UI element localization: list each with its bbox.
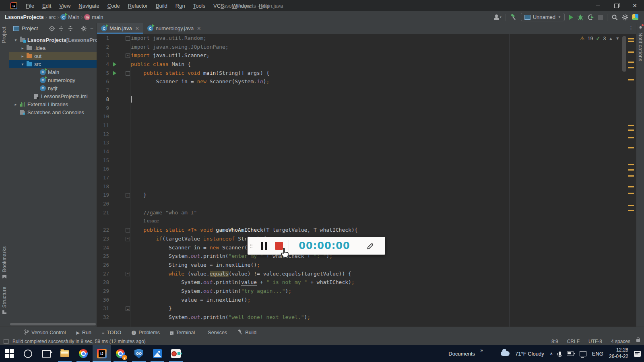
- notifications-stripe-tab[interactable]: Notifications: [638, 25, 643, 62]
- menu-tools[interactable]: Tools: [190, 1, 209, 10]
- toolwindow-button-todo[interactable]: ≡TODO: [102, 330, 121, 335]
- indent-style[interactable]: 4 spaces: [611, 339, 630, 344]
- tree-item-scratches-and-consoles[interactable]: Scratches and Consoles: [9, 108, 97, 116]
- drag-handle[interactable]: [250, 244, 254, 248]
- menu-edit[interactable]: Edit: [39, 1, 55, 10]
- maximize-button[interactable]: [607, 0, 625, 11]
- menu-build[interactable]: Build: [152, 1, 171, 10]
- taskbar-chrome-alt[interactable]: y: [111, 345, 130, 362]
- search-everywhere-icon[interactable]: [611, 14, 618, 21]
- close-tab-icon[interactable]: ✕: [197, 26, 201, 31]
- structure-stripe-tab[interactable]: Structure: [2, 286, 7, 314]
- tree-item-nytjt[interactable]: Cnytjt: [9, 84, 97, 92]
- project-stripe-tab[interactable]: Project: [1, 27, 7, 45]
- breadcrumb-item[interactable]: mmain: [84, 14, 103, 20]
- toolwindow-button-build[interactable]: Build: [237, 329, 256, 336]
- menu-view[interactable]: View: [56, 1, 74, 10]
- weather-text[interactable]: 71°F Cloudy: [515, 351, 544, 357]
- tree-item-external-libraries[interactable]: ▸External Libraries: [9, 100, 97, 108]
- run-line-icon[interactable]: [113, 62, 116, 67]
- plugin-colorful-icon[interactable]: [632, 14, 638, 20]
- breadcrumb-item[interactable]: src: [49, 14, 56, 20]
- toolbar-overflow-icon[interactable]: »: [480, 348, 483, 353]
- lock-icon[interactable]: [636, 339, 640, 342]
- tree-item-lessonsprojects-iml[interactable]: LessonsProjects.iml: [9, 92, 97, 100]
- menu-code[interactable]: Code: [104, 1, 124, 10]
- taskbar-file-explorer[interactable]: [56, 345, 74, 362]
- pause-button[interactable]: [261, 242, 267, 250]
- usages-inlay-hint[interactable]: 1 usage: [131, 217, 159, 226]
- tree-item-out[interactable]: ▸out: [9, 52, 97, 60]
- taskbar-vpn-shield[interactable]: OO: [130, 345, 148, 362]
- breadcrumb-item[interactable]: CMain: [60, 14, 79, 20]
- tab-numerology-java[interactable]: Cnumerology.java✕: [143, 23, 205, 34]
- tree-item--idea[interactable]: ▸.idea: [9, 44, 97, 52]
- run-configuration-select[interactable]: Unnamed ▼: [521, 13, 565, 21]
- run-line-icon[interactable]: [113, 71, 116, 76]
- fold-end-icon[interactable]: ⌐: [126, 193, 130, 197]
- toolwindow-button-problems[interactable]: !Problems: [132, 330, 160, 335]
- tree-item-numerology[interactable]: Cnumerology: [9, 76, 97, 84]
- screen-recorder-widget[interactable]: 00:00:00 —: [248, 237, 385, 255]
- menu-run[interactable]: Run: [172, 1, 189, 10]
- recorder-minimize-icon[interactable]: —: [375, 238, 381, 245]
- tree-chevron-icon[interactable]: ▸: [19, 46, 26, 50]
- menu-file[interactable]: File: [22, 1, 38, 10]
- run-with-coverage-button[interactable]: [588, 14, 594, 21]
- tree-chevron-icon[interactable]: ▸: [19, 54, 26, 58]
- toolwindow-button-terminal[interactable]: ›_Terminal: [170, 330, 195, 335]
- code-editor[interactable]: 1−import java.util.Random;2import javax.…: [97, 34, 636, 327]
- inspections-widget[interactable]: ⚠ 19 ✓ 3 ▲ ▼: [580, 35, 619, 41]
- prev-problem-icon[interactable]: ▲: [609, 36, 613, 41]
- fold-collapse-icon[interactable]: −: [126, 36, 130, 41]
- draw-pen-icon[interactable]: [366, 241, 375, 251]
- clock[interactable]: 12:28 26-04-22: [609, 347, 628, 360]
- taskbar-chrome[interactable]: [74, 345, 93, 362]
- expand-all-icon[interactable]: [58, 26, 64, 31]
- fold-collapse-icon[interactable]: −: [126, 71, 130, 76]
- line-endings[interactable]: CRLF: [567, 339, 580, 344]
- project-panel-hscrollbar[interactable]: [10, 323, 96, 325]
- close-button[interactable]: ✕: [625, 0, 644, 11]
- editor-vscrollbar[interactable]: [622, 36, 626, 72]
- fold-collapse-icon[interactable]: −: [126, 272, 130, 276]
- taskbar-task-view[interactable]: [37, 345, 56, 362]
- tab-options-icon[interactable]: ⋮: [628, 25, 634, 31]
- next-problem-icon[interactable]: ▼: [615, 36, 619, 41]
- microphone-icon[interactable]: [559, 352, 561, 356]
- taskbar-start[interactable]: [0, 345, 19, 362]
- user-profile-icon[interactable]: ▾: [493, 14, 502, 20]
- caret-position[interactable]: 8:9: [551, 339, 558, 344]
- tree-chevron-icon[interactable]: ▾: [12, 38, 19, 42]
- tree-item-main[interactable]: CMain: [9, 68, 97, 76]
- panel-settings-gear-icon[interactable]: [81, 26, 87, 31]
- taskbar-photos[interactable]: [148, 345, 167, 362]
- locate-file-icon[interactable]: [49, 26, 55, 31]
- language-indicator[interactable]: ENG: [592, 351, 603, 357]
- run-button[interactable]: [569, 14, 573, 20]
- tab-main-java[interactable]: CMain.java✕: [97, 23, 143, 34]
- tree-item-lssonsprojects[interactable]: ▾LssonsProjects [LessonsProjects]: [9, 36, 97, 44]
- bookmarks-stripe-tab[interactable]: Bookmarks: [2, 246, 7, 279]
- stop-button[interactable]: [598, 15, 603, 20]
- settings-gear-icon[interactable]: [622, 14, 628, 21]
- action-center-icon[interactable]: [634, 351, 641, 357]
- taskbar-screen-recorder[interactable]: [167, 345, 185, 362]
- tree-chevron-icon[interactable]: ▸: [12, 102, 19, 107]
- fold-collapse-icon[interactable]: −: [126, 228, 130, 232]
- toolwindow-button-version-control[interactable]: Version Control: [24, 329, 66, 336]
- fold-collapse-icon[interactable]: −: [126, 237, 130, 241]
- collapse-all-icon[interactable]: [68, 26, 73, 31]
- tree-chevron-icon[interactable]: ▾: [19, 62, 26, 66]
- toolwindow-button-services[interactable]: Services: [205, 330, 227, 335]
- network-icon[interactable]: [580, 351, 586, 356]
- documents-toolbar[interactable]: Documents »: [448, 351, 483, 357]
- build-hammer-icon[interactable]: [510, 14, 517, 21]
- file-encoding[interactable]: UTF-8: [588, 339, 602, 344]
- menu-navigate[interactable]: Navigate: [75, 1, 103, 10]
- debug-button[interactable]: [577, 14, 584, 21]
- toolwindow-button-run[interactable]: ▶Run: [76, 330, 91, 335]
- battery-icon[interactable]: [567, 352, 574, 356]
- fold-collapse-icon[interactable]: −: [126, 53, 130, 58]
- minimize-button[interactable]: [588, 0, 607, 11]
